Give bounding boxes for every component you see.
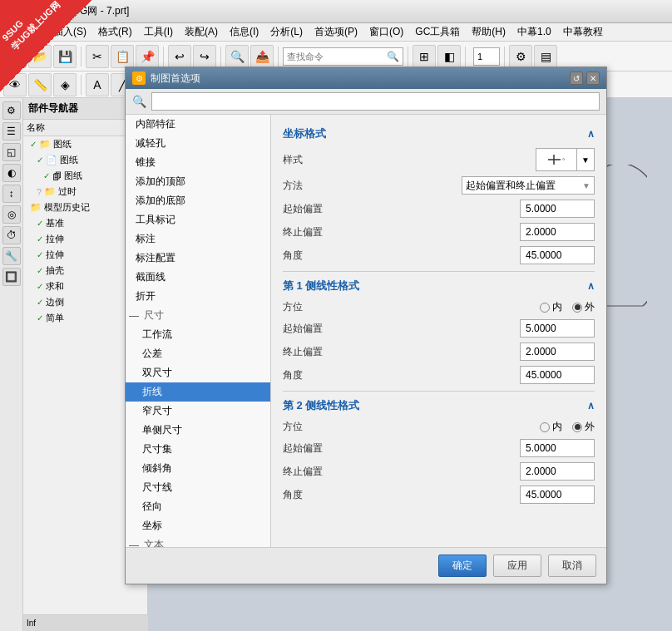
dialog-search-bar: 🔍 bbox=[126, 89, 606, 115]
angle-num1: 45.0000 bbox=[526, 249, 561, 261]
angle-row2: 角度 45.0000 bbox=[283, 366, 595, 384]
angle-label2: 角度 bbox=[283, 368, 333, 382]
end-offset-label3: 终止偏置 bbox=[283, 465, 333, 479]
end-offset-value2[interactable]: 2.0000 bbox=[520, 343, 595, 361]
method-select[interactable]: 起始偏置和终止偏置 ▼ bbox=[462, 176, 595, 195]
start-offset-value2[interactable]: 5.0000 bbox=[520, 319, 595, 338]
tp-item-single-side[interactable]: 单侧尺寸 bbox=[126, 421, 270, 440]
tp-item-break[interactable]: 折开 bbox=[126, 287, 270, 306]
dialog-tree-panel: 内部特征 减轻孔 锥接 添加的顶部 添加的底部 工具标记 标注 bbox=[126, 115, 271, 547]
dialog-body: 内部特征 减轻孔 锥接 添加的顶部 添加的底部 工具标记 标注 bbox=[126, 115, 606, 547]
radio-outer1[interactable]: 外 bbox=[572, 300, 595, 314]
sep-line2 bbox=[283, 391, 595, 392]
direction-row3: 方位 内 外 bbox=[283, 420, 595, 434]
tp-label9: 截面线 bbox=[136, 270, 166, 284]
start-offset-value1[interactable]: 5.0000 bbox=[520, 200, 595, 218]
dialog-content-panel: 坐标格式 ∧ 样式 ° bbox=[271, 115, 606, 547]
section1-title: 坐标格式 bbox=[283, 126, 326, 141]
angle-num3: 45.0000 bbox=[526, 489, 561, 500]
end-offset-value1[interactable]: 2.0000 bbox=[520, 223, 595, 241]
section3-header: 第 2 侧线性格式 ∧ bbox=[283, 398, 595, 413]
tp-item-tilt-angle[interactable]: 倾斜角 bbox=[126, 459, 270, 478]
tp-item-radial[interactable]: 径向 bbox=[126, 497, 270, 516]
tp-item-add-top[interactable]: 添加的顶部 bbox=[126, 172, 270, 191]
tp-label19: 尺寸线 bbox=[142, 481, 172, 495]
tp-item-coord[interactable]: 坐标 bbox=[126, 516, 270, 535]
start-offset-row1: 起始偏置 5.0000 bbox=[283, 200, 595, 218]
angle-value2[interactable]: 45.0000 bbox=[520, 366, 595, 384]
start-offset-row3: 起始偏置 5.0000 bbox=[283, 439, 595, 457]
angle-num2: 45.0000 bbox=[526, 369, 561, 381]
tp-item-dim-line[interactable]: 尺寸线 bbox=[126, 478, 270, 497]
tp-group-text: — 文本 bbox=[126, 535, 270, 547]
section2-chevron[interactable]: ∧ bbox=[587, 280, 595, 292]
end-offset-num3: 2.0000 bbox=[526, 466, 556, 477]
start-offset-label1: 起始偏置 bbox=[283, 202, 333, 216]
tp-item-tool-mark[interactable]: 工具标记 bbox=[126, 210, 270, 229]
tp-item-annot-config[interactable]: 标注配置 bbox=[126, 249, 270, 268]
direction-label1: 方位 bbox=[283, 300, 333, 314]
angle-value1[interactable]: 45.0000 bbox=[520, 246, 595, 264]
apply-button[interactable]: 应用 bbox=[493, 555, 541, 577]
dialog-title-bar: ⚙ 制图首选项 ↺ ✕ bbox=[126, 67, 606, 89]
tp-item-dimset[interactable]: 尺寸集 bbox=[126, 440, 270, 459]
tp-item-inner-feature[interactable]: 内部特征 bbox=[126, 115, 270, 134]
end-offset-row3: 终止偏置 2.0000 bbox=[283, 462, 595, 481]
section3-chevron[interactable]: ∧ bbox=[587, 400, 595, 412]
dialog-footer: 确定 应用 取消 bbox=[126, 547, 606, 584]
radio-inner-circle3 bbox=[540, 422, 550, 432]
tp-item-tolerance[interactable]: 公差 bbox=[126, 344, 270, 363]
method-row: 方法 起始偏置和终止偏置 ▼ bbox=[283, 176, 595, 195]
sep-line1 bbox=[283, 271, 595, 272]
start-offset-value3[interactable]: 5.0000 bbox=[520, 439, 595, 457]
tp-label: 内部特征 bbox=[136, 117, 175, 131]
tp-item-annotation[interactable]: 标注 bbox=[126, 229, 270, 249]
tp-item-taper[interactable]: 锥接 bbox=[126, 153, 270, 172]
tp-item-lighthole[interactable]: 减轻孔 bbox=[126, 134, 270, 153]
tp-group-label: 尺寸 bbox=[144, 308, 164, 323]
section1-chevron[interactable]: ∧ bbox=[587, 128, 595, 140]
radio-inner1[interactable]: 内 bbox=[540, 300, 562, 314]
radio-inner3[interactable]: 内 bbox=[540, 420, 562, 434]
tp-label10: 折开 bbox=[136, 289, 156, 303]
confirm-button[interactable]: 确定 bbox=[438, 555, 487, 577]
method-value: 起始偏置和终止偏置 bbox=[466, 179, 556, 193]
direction-label3: 方位 bbox=[283, 420, 333, 434]
tp-item-narrow-dim[interactable]: 窄尺寸 bbox=[126, 402, 270, 421]
section2-header: 第 1 侧线性格式 ∧ bbox=[283, 279, 595, 293]
section3-title: 第 2 侧线性格式 bbox=[283, 398, 359, 413]
angle-value3[interactable]: 45.0000 bbox=[520, 486, 595, 504]
dialog-drafting-prefs: ⚙ 制图首选项 ↺ ✕ 🔍 内部特征 减轻孔 bbox=[125, 67, 607, 584]
dialog-search-input[interactable] bbox=[151, 92, 600, 111]
start-offset-num2: 5.0000 bbox=[526, 323, 556, 334]
radio-outer3[interactable]: 外 bbox=[572, 420, 595, 434]
dialog-close-btn[interactable]: ✕ bbox=[586, 71, 600, 85]
end-offset-num1: 2.0000 bbox=[526, 226, 556, 238]
tp-item-workflow[interactable]: 工作流 bbox=[126, 325, 270, 344]
tp-label17: 尺寸集 bbox=[142, 442, 172, 456]
tp-label2: 减轻孔 bbox=[136, 136, 166, 150]
end-offset-value3[interactable]: 2.0000 bbox=[520, 462, 595, 481]
radio-outer-circle3 bbox=[572, 422, 582, 432]
tp-item-section-line[interactable]: 截面线 bbox=[126, 268, 270, 287]
angle-label3: 角度 bbox=[283, 488, 333, 502]
tp-item-break-line[interactable]: 折线 bbox=[126, 382, 270, 402]
tp-dash: — bbox=[129, 310, 139, 322]
tp-item-add-bottom[interactable]: 添加的底部 bbox=[126, 191, 270, 210]
end-offset-label2: 终止偏置 bbox=[283, 345, 333, 359]
tp-label7: 标注 bbox=[136, 232, 156, 246]
end-offset-row2: 终止偏置 2.0000 bbox=[283, 343, 595, 361]
tp-label20: 径向 bbox=[142, 500, 162, 514]
style-preview-btn[interactable]: ° bbox=[536, 148, 577, 171]
tp-label4: 添加的顶部 bbox=[136, 175, 185, 189]
tp-label18: 倾斜角 bbox=[142, 461, 172, 476]
style-dropdown-btn[interactable]: ▼ bbox=[576, 148, 595, 171]
style-row: 样式 ° ▼ bbox=[283, 148, 595, 171]
tp-label3: 锥接 bbox=[136, 155, 156, 170]
tp-label16: 单侧尺寸 bbox=[142, 423, 182, 437]
cancel-button[interactable]: 取消 bbox=[548, 555, 596, 577]
angle-label1: 角度 bbox=[283, 249, 333, 263]
dialog-refresh-btn[interactable]: ↺ bbox=[570, 71, 583, 85]
svg-text:°: ° bbox=[562, 157, 565, 165]
tp-item-dual-dim[interactable]: 双尺寸 bbox=[126, 363, 270, 382]
